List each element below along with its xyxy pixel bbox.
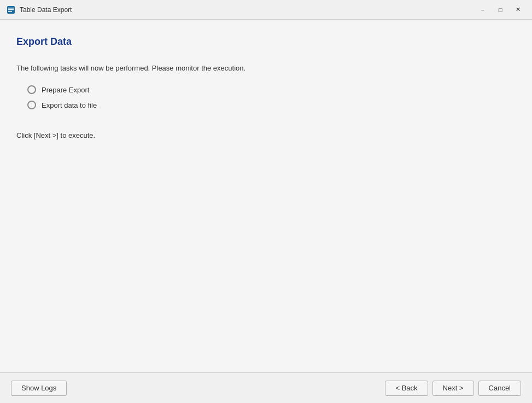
svg-rect-2 <box>8 9 14 10</box>
maximize-button[interactable]: □ <box>493 4 508 15</box>
window-title: Table Data Export <box>20 6 72 14</box>
task-label-export: Export data to file <box>42 101 97 109</box>
title-bar: Table Data Export − □ ✕ <box>0 0 532 20</box>
task-list: Prepare Export Export data to file <box>27 85 516 109</box>
description-text: The following tasks will now be performe… <box>16 64 516 72</box>
cancel-button[interactable]: Cancel <box>478 381 521 396</box>
task-label-prepare: Prepare Export <box>42 86 89 94</box>
task-item-prepare: Prepare Export <box>27 85 516 94</box>
app-icon <box>7 5 15 14</box>
instruction-text: Click [Next >] to execute. <box>16 131 516 139</box>
svg-rect-3 <box>8 11 12 12</box>
main-content: Export Data The following tasks will now… <box>0 20 532 372</box>
task-radio-prepare <box>27 85 36 94</box>
title-bar-left: Table Data Export <box>7 5 72 14</box>
show-logs-button[interactable]: Show Logs <box>11 381 67 396</box>
task-radio-export <box>27 101 36 109</box>
next-button[interactable]: Next > <box>432 381 474 396</box>
back-button[interactable]: < Back <box>385 381 428 396</box>
minimize-button[interactable]: − <box>475 4 490 15</box>
close-button[interactable]: ✕ <box>510 4 525 15</box>
footer: Show Logs < Back Next > Cancel <box>0 372 532 403</box>
task-item-export: Export data to file <box>27 101 516 109</box>
footer-right: < Back Next > Cancel <box>385 381 521 396</box>
footer-left: Show Logs <box>11 381 67 396</box>
page-title: Export Data <box>16 36 516 48</box>
svg-rect-1 <box>8 8 14 9</box>
title-bar-controls: − □ ✕ <box>475 4 525 15</box>
